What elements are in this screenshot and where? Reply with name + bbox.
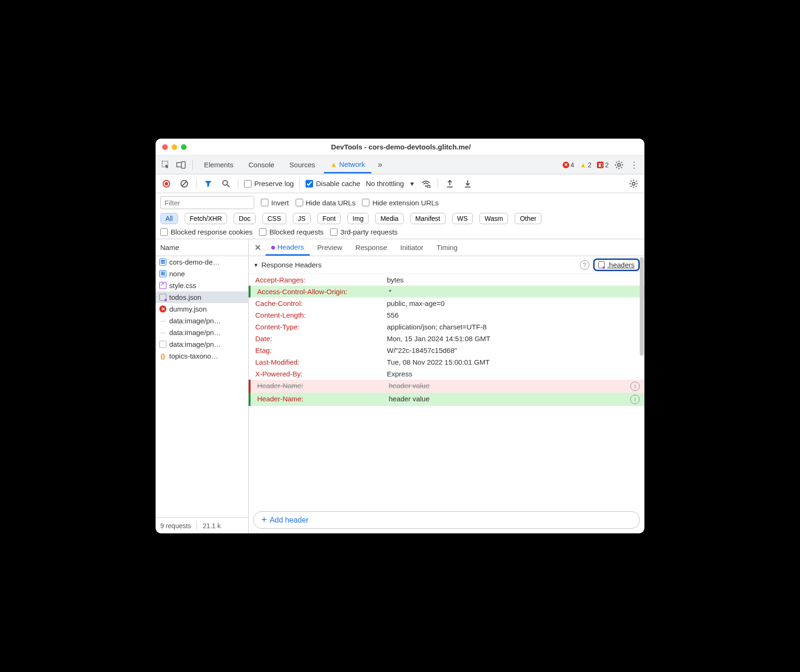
help-icon[interactable]: ? xyxy=(580,260,589,270)
header-value: 556 xyxy=(387,311,640,319)
headers-file-link[interactable]: .headers xyxy=(593,258,640,271)
more-tabs-icon[interactable]: » xyxy=(373,158,386,172)
request-row[interactable]: —data:image/pn… xyxy=(156,315,248,327)
search-icon[interactable] xyxy=(220,178,232,190)
request-name: todos.json xyxy=(169,293,201,301)
svg-point-5 xyxy=(165,182,168,185)
svg-rect-2 xyxy=(181,162,185,168)
record-icon[interactable] xyxy=(160,178,173,190)
header-name: Header-Name: xyxy=(257,382,389,390)
info-icon[interactable]: i xyxy=(630,395,640,404)
request-name: data:image/pn… xyxy=(169,328,221,336)
chip-fetch-xhr[interactable]: Fetch/XHR xyxy=(185,213,227,224)
blocked-requests-checkbox[interactable]: Blocked requests xyxy=(259,228,323,236)
tab-initiator[interactable]: Initiator xyxy=(395,240,429,255)
request-row[interactable]: style.css xyxy=(156,280,248,291)
disable-cache-checkbox[interactable]: Disable cache xyxy=(306,180,360,188)
chip-img[interactable]: Img xyxy=(347,213,369,224)
titlebar: DevTools - cors-demo-devtools.glitch.me/ xyxy=(156,139,644,156)
tab-response[interactable]: Response xyxy=(350,240,393,255)
tab-network[interactable]: ▲Network xyxy=(324,156,372,173)
error-badge[interactable]: ✕4 xyxy=(563,161,574,169)
request-row[interactable]: cors-demo-de… xyxy=(156,256,248,268)
svg-line-7 xyxy=(182,181,187,186)
request-name: topics-taxono… xyxy=(169,352,218,360)
header-name: Cache-Control: xyxy=(255,299,387,307)
third-party-checkbox[interactable]: 3rd-party requests xyxy=(330,228,398,236)
header-name: Header-Name: xyxy=(257,395,389,403)
kebab-menu-icon[interactable]: ⋮ xyxy=(627,158,641,172)
request-row[interactable]: ✕dummy.json xyxy=(156,303,248,315)
device-mode-icon[interactable] xyxy=(174,158,188,172)
chip-manifest[interactable]: Manifest xyxy=(410,213,446,224)
chip-wasm[interactable]: Wasm xyxy=(479,213,508,224)
tab-timing[interactable]: Timing xyxy=(431,240,463,255)
hide-data-urls-checkbox[interactable]: Hide data URLs xyxy=(296,199,356,207)
headers-list: Accept-Ranges:bytesAccess-Control-Allow-… xyxy=(249,274,644,507)
header-value: * xyxy=(389,288,640,296)
network-conditions-icon[interactable] xyxy=(420,178,432,190)
chip-other[interactable]: Other xyxy=(515,213,541,224)
invert-checkbox[interactable]: Invert xyxy=(261,199,289,207)
filter-icon[interactable] xyxy=(202,178,214,190)
upload-har-icon[interactable] xyxy=(444,178,456,190)
network-settings-icon[interactable] xyxy=(627,178,640,190)
request-row[interactable]: data:image/pn… xyxy=(156,338,248,350)
header-value: Mon, 15 Jan 2024 14:51:08 GMT xyxy=(387,335,640,343)
filter-input[interactable] xyxy=(160,196,254,209)
request-row[interactable]: {}topics-taxono… xyxy=(156,350,248,362)
request-row[interactable]: none xyxy=(156,268,248,280)
header-row: Header-Name:header valuei xyxy=(249,380,644,393)
transfer-size: 21.1 k xyxy=(203,522,220,530)
chip-js[interactable]: JS xyxy=(293,213,311,224)
request-row[interactable]: —data:image/pn… xyxy=(156,327,248,338)
scrollbar[interactable] xyxy=(640,257,644,356)
close-window-icon[interactable] xyxy=(162,144,168,150)
request-name: dummy.json xyxy=(169,305,207,313)
settings-icon[interactable] xyxy=(612,158,626,172)
svg-point-3 xyxy=(618,164,620,166)
request-row[interactable]: todos.json xyxy=(156,291,248,303)
header-name: Access-Control-Allow-Origin: xyxy=(257,288,389,296)
window-title: DevTools - cors-demo-devtools.glitch.me/ xyxy=(187,143,615,151)
add-header-button[interactable]: +Add header xyxy=(253,511,640,529)
clear-icon[interactable] xyxy=(178,178,190,190)
header-row: Cache-Control:public, max-age=0 xyxy=(249,297,644,309)
chip-doc[interactable]: Doc xyxy=(234,213,256,224)
tab-elements[interactable]: Elements xyxy=(197,157,240,172)
blocked-cookies-checkbox[interactable]: Blocked response cookies xyxy=(160,228,252,236)
throttling-select[interactable]: No throttling▾ xyxy=(366,180,414,188)
chip-font[interactable]: Font xyxy=(317,213,341,224)
tab-console[interactable]: Console xyxy=(242,157,281,172)
hide-extension-urls-checkbox[interactable]: Hide extension URLs xyxy=(362,199,439,207)
tab-sources[interactable]: Sources xyxy=(283,157,322,172)
download-har-icon[interactable] xyxy=(462,178,474,190)
response-headers-section[interactable]: ▼ Response Headers ? .headers xyxy=(249,256,644,274)
tab-preview[interactable]: Preview xyxy=(312,240,348,255)
chip-ws[interactable]: WS xyxy=(452,213,473,224)
close-detail-icon[interactable]: ✕ xyxy=(251,242,264,253)
preserve-log-checkbox[interactable]: Preserve log xyxy=(244,180,294,188)
svg-point-8 xyxy=(223,180,227,185)
header-name: Date: xyxy=(255,335,387,343)
request-name: style.css xyxy=(169,281,196,289)
header-value: header value xyxy=(389,382,630,390)
chip-css[interactable]: CSS xyxy=(262,213,286,224)
collapse-icon: ▼ xyxy=(253,262,259,268)
chip-media[interactable]: Media xyxy=(375,213,403,224)
chip-all[interactable]: All xyxy=(160,213,178,224)
inspect-icon[interactable] xyxy=(159,158,173,172)
warning-badge[interactable]: ▲2 xyxy=(580,161,592,169)
minimize-window-icon[interactable] xyxy=(172,144,177,150)
header-value: Express xyxy=(387,370,640,378)
zoom-window-icon[interactable] xyxy=(181,144,187,150)
issues-badge[interactable]: ◧2 xyxy=(597,161,609,169)
name-column-header[interactable]: Name xyxy=(156,239,248,256)
header-value: bytes xyxy=(387,276,640,284)
header-row: Date:Mon, 15 Jan 2024 14:51:08 GMT xyxy=(249,333,644,344)
main-tabs: Elements Console Sources ▲Network » ✕4 ▲… xyxy=(156,156,644,174)
info-icon[interactable]: i xyxy=(630,382,640,391)
svg-point-12 xyxy=(632,182,635,185)
header-value: public, max-age=0 xyxy=(387,299,640,307)
tab-headers[interactable]: Headers xyxy=(266,240,310,256)
